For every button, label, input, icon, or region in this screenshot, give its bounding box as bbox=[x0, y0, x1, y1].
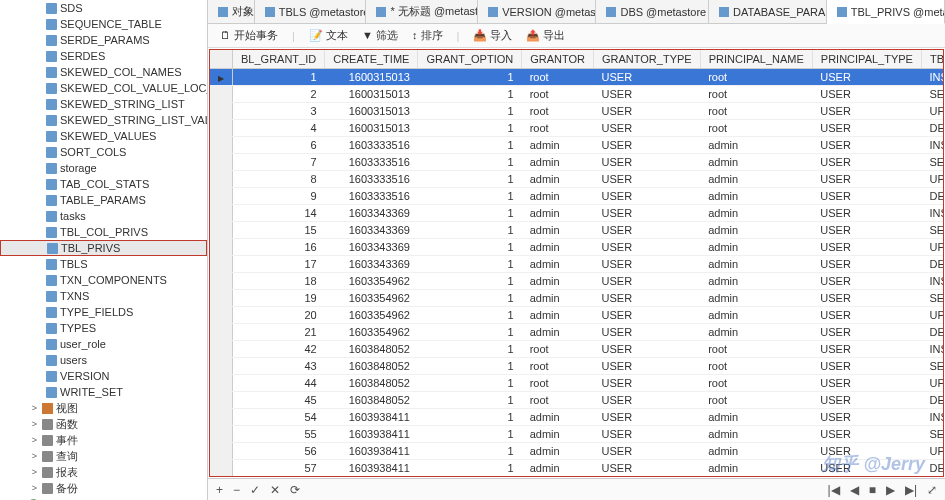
cell-principal_type[interactable]: USER bbox=[812, 460, 921, 477]
cell-principal_name[interactable]: root bbox=[700, 341, 812, 358]
cell-grant_option[interactable]: 1 bbox=[418, 477, 522, 478]
cell-principal_name[interactable]: admin bbox=[700, 290, 812, 307]
row-marker[interactable] bbox=[210, 137, 233, 154]
table-row[interactable]: 116003150131rootUSERrootUSERINSERT4331 bbox=[210, 69, 944, 86]
tree-item-txn_components[interactable]: TXN_COMPONENTS bbox=[0, 272, 207, 288]
row-marker[interactable] bbox=[210, 154, 233, 171]
cell-tbl_priv[interactable]: DELETE bbox=[921, 188, 944, 205]
cell-grantor_type[interactable]: USER bbox=[594, 137, 701, 154]
add-row-button[interactable]: + bbox=[214, 483, 225, 497]
table-row[interactable]: 616033335161adminUSERadminUSERINSERT1044… bbox=[210, 137, 944, 154]
cell-grant_option[interactable]: 1 bbox=[418, 341, 522, 358]
cell-grantor_type[interactable]: USER bbox=[594, 426, 701, 443]
cell-grantor_type[interactable]: USER bbox=[594, 392, 701, 409]
table-row[interactable]: 816033335161adminUSERadminUSERUPDATE1044… bbox=[210, 171, 944, 188]
cell-principal_type[interactable]: USER bbox=[812, 120, 921, 137]
cell-bl_grant_id[interactable]: 3 bbox=[233, 103, 325, 120]
cell-grantor_type[interactable]: USER bbox=[594, 409, 701, 426]
first-page-button[interactable]: |◀ bbox=[826, 483, 842, 497]
cell-bl_grant_id[interactable]: 19 bbox=[233, 290, 325, 307]
row-marker[interactable] bbox=[210, 239, 233, 256]
cell-principal_name[interactable]: admin bbox=[700, 188, 812, 205]
cell-bl_grant_id[interactable]: 58 bbox=[233, 477, 325, 478]
cell-principal_type[interactable]: USER bbox=[812, 188, 921, 205]
table-row[interactable]: 5416039384111adminUSERadminUSERINSERT124… bbox=[210, 409, 944, 426]
cell-bl_grant_id[interactable]: 6 bbox=[233, 137, 325, 154]
cell-tbl_priv[interactable]: SELECT bbox=[921, 358, 944, 375]
cell-principal_name[interactable]: root bbox=[700, 69, 812, 86]
cell-grantor_type[interactable]: USER bbox=[594, 188, 701, 205]
cell-tbl_priv[interactable]: INSERT bbox=[921, 137, 944, 154]
cell-grantor[interactable]: admin bbox=[522, 426, 594, 443]
cell-grant_option[interactable]: 1 bbox=[418, 137, 522, 154]
cell-bl_grant_id[interactable]: 9 bbox=[233, 188, 325, 205]
column-header-principal_name[interactable]: PRINCIPAL_NAME bbox=[700, 50, 812, 69]
cell-create_time[interactable]: 1603938411 bbox=[325, 409, 418, 426]
table-row[interactable]: 916033335161adminUSERadminUSERDELETE1044… bbox=[210, 188, 944, 205]
cell-grantor_type[interactable]: USER bbox=[594, 256, 701, 273]
cell-principal_name[interactable]: root bbox=[700, 392, 812, 409]
cell-grantor[interactable]: root bbox=[522, 392, 594, 409]
cell-tbl_priv[interactable]: UPDATE bbox=[921, 375, 944, 392]
tree-toggle-icon[interactable]: > bbox=[30, 449, 39, 463]
cell-grant_option[interactable]: 1 bbox=[418, 154, 522, 171]
table-row[interactable]: 4316038480521rootUSERrootUSERSELECT12151 bbox=[210, 358, 944, 375]
cell-principal_name[interactable]: admin bbox=[700, 443, 812, 460]
cell-principal_name[interactable]: admin bbox=[700, 426, 812, 443]
cell-grantor[interactable]: admin bbox=[522, 307, 594, 324]
cell-tbl_priv[interactable]: SELECT bbox=[921, 426, 944, 443]
cell-grant_option[interactable]: 1 bbox=[418, 86, 522, 103]
export-button[interactable]: 📤 导出 bbox=[526, 28, 565, 43]
cell-grantor_type[interactable]: USER bbox=[594, 273, 701, 290]
row-marker[interactable] bbox=[210, 409, 233, 426]
tree-item-查询[interactable]: >查询 bbox=[0, 448, 207, 464]
cell-grantor[interactable]: admin bbox=[522, 256, 594, 273]
table-row[interactable]: 1716033433691adminUSERadminUSERDELETE104… bbox=[210, 256, 944, 273]
last-page-button[interactable]: ▶| bbox=[903, 483, 919, 497]
cell-bl_grant_id[interactable]: 8 bbox=[233, 171, 325, 188]
cell-principal_type[interactable]: USER bbox=[812, 426, 921, 443]
cell-tbl_priv[interactable]: UPDATE bbox=[921, 239, 944, 256]
tree-item-write_set[interactable]: WRITE_SET bbox=[0, 384, 207, 400]
cell-principal_type[interactable]: USER bbox=[812, 103, 921, 120]
cell-grantor[interactable]: root bbox=[522, 375, 594, 392]
cell-principal_name[interactable]: root bbox=[700, 375, 812, 392]
text-button[interactable]: 📝 文本 bbox=[309, 28, 348, 43]
table-row[interactable]: 2016033549621adminUSERadminUSERUPDATE105… bbox=[210, 307, 944, 324]
cell-grant_option[interactable]: 1 bbox=[418, 392, 522, 409]
cell-grantor[interactable]: admin bbox=[522, 222, 594, 239]
cell-principal_name[interactable]: admin bbox=[700, 409, 812, 426]
tab[interactable]: DATABASE_PARAMS ... bbox=[709, 0, 827, 23]
row-marker[interactable] bbox=[210, 290, 233, 307]
row-marker[interactable] bbox=[210, 86, 233, 103]
table-row[interactable]: 1516033433691adminUSERadminUSERSELECT104… bbox=[210, 222, 944, 239]
cell-grantor_type[interactable]: USER bbox=[594, 290, 701, 307]
cell-bl_grant_id[interactable]: 20 bbox=[233, 307, 325, 324]
cell-principal_name[interactable]: root bbox=[700, 103, 812, 120]
cell-principal_name[interactable]: admin bbox=[700, 273, 812, 290]
cell-bl_grant_id[interactable]: 21 bbox=[233, 324, 325, 341]
begin-trans-button[interactable]: 🗒 开始事务 bbox=[220, 28, 278, 43]
tree-item-skewed_col_names[interactable]: SKEWED_COL_NAMES bbox=[0, 64, 207, 80]
tree-toggle-icon[interactable]: > bbox=[30, 401, 39, 415]
cell-grantor[interactable]: admin bbox=[522, 137, 594, 154]
cell-grant_option[interactable]: 1 bbox=[418, 409, 522, 426]
row-marker[interactable] bbox=[210, 443, 233, 460]
table-row[interactable]: 5716039384111adminUSERadminUSERDELETE124… bbox=[210, 460, 944, 477]
cell-create_time[interactable]: 1603343369 bbox=[325, 222, 418, 239]
cell-grantor_type[interactable]: USER bbox=[594, 239, 701, 256]
cell-grant_option[interactable]: 1 bbox=[418, 426, 522, 443]
tree-item-skewed_string_list[interactable]: SKEWED_STRING_LIST bbox=[0, 96, 207, 112]
column-header-grant_option[interactable]: GRANT_OPTION bbox=[418, 50, 522, 69]
cell-grant_option[interactable]: 1 bbox=[418, 171, 522, 188]
cell-create_time[interactable]: 1603938417 bbox=[325, 477, 418, 478]
cell-grantor_type[interactable]: USER bbox=[594, 477, 701, 478]
tree-item-types[interactable]: TYPES bbox=[0, 320, 207, 336]
tree-item-users[interactable]: users bbox=[0, 352, 207, 368]
cell-grantor[interactable]: admin bbox=[522, 460, 594, 477]
cell-tbl_priv[interactable]: UPDATE bbox=[921, 307, 944, 324]
cell-principal_type[interactable]: USER bbox=[812, 477, 921, 478]
cell-create_time[interactable]: 1603848052 bbox=[325, 358, 418, 375]
cell-tbl_priv[interactable]: UPDATE bbox=[921, 443, 944, 460]
tree-item-tab_col_stats[interactable]: TAB_COL_STATS bbox=[0, 176, 207, 192]
